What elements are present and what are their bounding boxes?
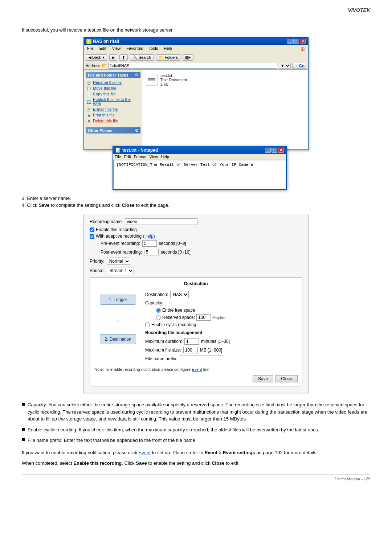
bullet-prefix-text: File name prefix: Enter the text that wi…	[28, 437, 196, 444]
copy-link[interactable]: 📄 Copy this file	[86, 91, 140, 97]
delete-link[interactable]: ✕ Delete this file	[86, 118, 140, 124]
max-duration-label: Maximum duration:	[145, 339, 182, 344]
address-dropdown[interactable]: ▼	[279, 63, 291, 69]
bullet-cyclic: Enable cyclic recording: If you check th…	[22, 426, 370, 434]
max-file-size-row: Maximum file size: MB [1~900]	[145, 347, 298, 353]
move-label: Move this file	[93, 86, 116, 90]
nas-window-controls[interactable]: _ □ ✕	[287, 39, 306, 44]
priority-row: Priority: Normal	[90, 258, 302, 265]
move-link[interactable]: 📋 Move this file	[86, 85, 140, 91]
post-event-row: Post-event recording: seconds [0~10]	[101, 249, 302, 255]
notepad-minimize-btn[interactable]: _	[265, 148, 271, 153]
post-event-label: Post-event recording:	[101, 250, 142, 255]
bullet-icon-2	[22, 428, 25, 431]
notepad-restore-btn[interactable]: □	[271, 148, 277, 153]
adaptive-recording-checkbox[interactable]	[90, 234, 94, 239]
buttons-row: Save Close	[94, 375, 298, 382]
other-places-label: Other Places	[88, 128, 112, 133]
dest-select[interactable]: NAS	[170, 291, 189, 298]
close-btn[interactable]: ✕	[300, 39, 306, 44]
notepad-close-btn[interactable]: ✕	[278, 148, 284, 153]
np-menu-help[interactable]: Help	[161, 155, 169, 159]
other-places-collapse[interactable]: ⊙	[135, 128, 138, 133]
file-prefix-input[interactable]	[180, 356, 223, 362]
rename-icon: ✏	[86, 80, 91, 85]
forward-btn[interactable]: ▶	[109, 54, 117, 61]
adaptive-recording-row: With adaptive recording (Help)	[90, 234, 302, 239]
menu-edit[interactable]: Edit	[98, 46, 108, 52]
collapse-icon[interactable]: ⊙	[135, 73, 138, 77]
cyclic-recording-label: Enable cyclic recording	[151, 322, 196, 327]
file-info: test.txt Text Document 1 kB	[160, 73, 187, 86]
notepad-content[interactable]: [NOTIFICATION]The Result of Server Test …	[113, 160, 286, 189]
priority-select[interactable]: Normal	[107, 258, 130, 265]
notepad-icon: 📝	[115, 148, 121, 153]
address-bar: Address 📂 ▼ → Go	[84, 62, 308, 70]
print-link[interactable]: 🖨 Print this file	[86, 112, 140, 118]
menu-file[interactable]: File	[86, 46, 95, 52]
search-btn[interactable]: 🔍 Search	[130, 54, 154, 61]
np-menu-edit[interactable]: Edit	[124, 155, 131, 159]
destination-label-box[interactable]: 2. Destination	[100, 334, 136, 344]
back-btn[interactable]: ◀ Back ▾	[86, 54, 107, 61]
enable-recording-checkbox[interactable]	[90, 227, 94, 232]
print-icon: 🖨	[86, 112, 91, 118]
post-event-input[interactable]	[144, 249, 159, 255]
address-input[interactable]	[109, 63, 277, 69]
priority-label: Priority:	[90, 259, 105, 264]
save-button[interactable]: Save	[253, 375, 273, 382]
reserved-space-input[interactable]	[196, 314, 211, 321]
destination-box: Destination 1. Trigger ↓ 2. Destination …	[90, 277, 302, 386]
menu-view[interactable]: View	[111, 46, 122, 52]
pre-event-row: Pre-event recording: seconds [0~9]	[101, 240, 302, 247]
cyclic-recording-checkbox[interactable]	[145, 323, 150, 327]
up-btn[interactable]: ⬆	[119, 54, 128, 61]
event-link-note[interactable]: Event	[192, 367, 202, 372]
file-icon	[146, 74, 158, 86]
rename-link[interactable]: ✏ Rename this file	[86, 79, 140, 85]
max-file-size-input[interactable]	[183, 347, 198, 353]
close-button[interactable]: Close	[275, 375, 298, 382]
entire-free-space-radio[interactable]	[156, 308, 161, 313]
notepad-controls[interactable]: _ □ ✕	[265, 148, 284, 153]
menu-tools[interactable]: Tools	[147, 46, 160, 52]
notepad-window: 📝 test.txt - Notepad _ □ ✕ File Edit For…	[113, 146, 287, 190]
folders-btn[interactable]: 📁 Folders	[156, 54, 181, 61]
recording-name-input[interactable]	[125, 218, 197, 225]
event-link-final[interactable]: Event	[139, 450, 151, 455]
publish-link[interactable]: 🌐 Publish this file to the Web	[86, 97, 140, 106]
bullet-section: Capacity: You can select either the enti…	[22, 401, 370, 444]
go-btn[interactable]: → Go	[292, 63, 306, 69]
minimize-btn[interactable]: _	[287, 39, 293, 44]
capacity-row: Capacity:	[145, 300, 298, 305]
email-link[interactable]: ✉ E-mail this file	[86, 106, 140, 112]
file-folder-tasks-title: File and Folder Tasks ⊙	[86, 72, 140, 78]
email-icon: ✉	[86, 107, 91, 112]
nas-sidebar: File and Folder Tasks ⊙ ✏ Rename this fi…	[84, 70, 142, 149]
final-para-2: When completed, select Enable this recor…	[22, 460, 370, 467]
notepad-titlebar: 📝 test.txt - Notepad _ □ ✕	[113, 147, 286, 154]
np-menu-format[interactable]: Format	[134, 155, 147, 159]
help-link[interactable]: (Help)	[143, 234, 155, 239]
max-duration-input[interactable]	[184, 338, 199, 345]
source-row: Source: Stream 1	[90, 267, 302, 274]
menu-help[interactable]: Help	[162, 46, 173, 52]
recording-mgmt-section: Recording file management Maximum durati…	[145, 330, 298, 362]
restore-btn[interactable]: □	[293, 39, 299, 44]
trigger-box[interactable]: 1. Trigger	[100, 295, 136, 305]
pre-event-input[interactable]	[142, 240, 157, 247]
notepad-titlebar-left: 📝 test.txt - Notepad	[115, 148, 158, 153]
enable-recording-row: Enable this recording	[90, 227, 302, 232]
menu-favorites[interactable]: Favorites	[125, 46, 144, 52]
np-menu-file[interactable]: File	[115, 155, 121, 159]
source-select[interactable]: Stream 1	[107, 267, 134, 274]
delete-label: Delete this file	[93, 119, 118, 123]
other-places-title: Other Places ⊙	[86, 127, 140, 134]
np-menu-view[interactable]: View	[150, 155, 158, 159]
reserved-space-radio[interactable]	[156, 315, 161, 320]
recording-panel: Recording name: Enable this recording Wi…	[83, 214, 309, 394]
views-btn[interactable]: ▦▾	[183, 54, 193, 61]
notepad-title: test.txt - Notepad	[122, 148, 158, 153]
publish-label: Publish this file to the Web	[93, 97, 140, 106]
source-label: Source:	[90, 268, 105, 273]
